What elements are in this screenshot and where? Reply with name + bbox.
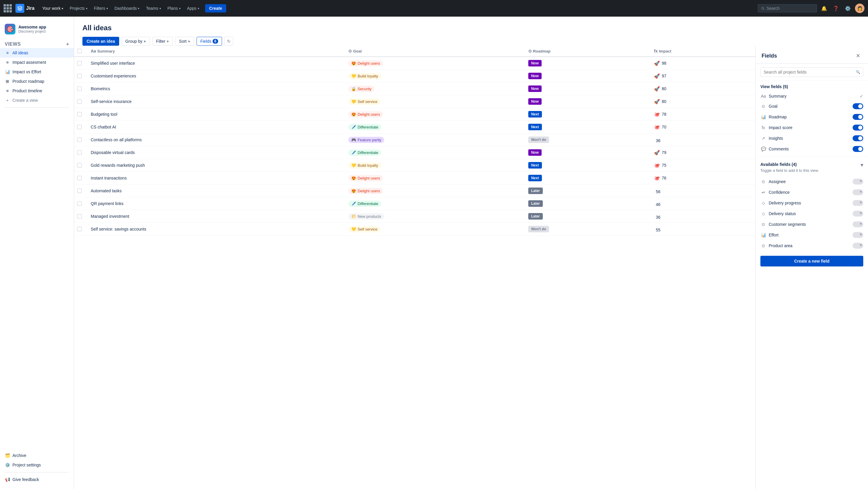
app-grid-icon[interactable] (4, 4, 12, 12)
row-goal-cell: 🔒 Security (344, 83, 524, 95)
row-checkbox-cell[interactable] (74, 83, 86, 95)
sidebar-item-give-feedback[interactable]: 📢 Give feedback (0, 475, 74, 484)
available-fields-toggle[interactable]: Available fields (4) ▾ (761, 162, 863, 168)
col-checkbox[interactable] (74, 46, 86, 57)
create-button[interactable]: Create (205, 4, 226, 12)
summary-field-icon: Aa (761, 94, 766, 98)
sidebar-item-all-ideas[interactable]: ≡ All ideas (0, 48, 74, 58)
sidebar-item-impact-vs-effort[interactable]: 📊 Impact vs Effort (0, 67, 74, 77)
search-input[interactable] (767, 6, 814, 11)
row-checkbox[interactable] (77, 112, 82, 117)
field-name-delivery-progress: Delivery progress (769, 201, 801, 205)
nav-your-work[interactable]: Your work ▾ (39, 4, 66, 12)
filter-button[interactable]: Filter + (152, 37, 173, 46)
global-search[interactable] (758, 4, 817, 12)
row-checkbox[interactable] (77, 176, 82, 180)
row-checkbox-cell[interactable] (74, 121, 86, 134)
nav-filters[interactable]: Filters ▾ (91, 4, 111, 12)
sort-button[interactable]: Sort + (175, 37, 194, 46)
summary-col-icon: Aa (91, 49, 96, 53)
group-by-button[interactable]: Group by + (122, 37, 150, 46)
product-area-toggle[interactable] (852, 243, 863, 249)
settings-button[interactable]: ⚙️ (843, 4, 852, 13)
row-checkbox[interactable] (77, 214, 82, 219)
row-checkbox[interactable] (77, 137, 82, 142)
fields-button[interactable]: Fields 6 (196, 37, 222, 46)
delivery-progress-toggle[interactable] (852, 200, 863, 206)
sidebar-item-product-timeline[interactable]: ≡ Product timeline (0, 86, 74, 95)
row-checkbox-cell[interactable] (74, 57, 86, 70)
nav-dashboards[interactable]: Dashboards ▾ (112, 4, 143, 12)
nav-plans[interactable]: Plans ▾ (164, 4, 184, 12)
row-checkbox-cell[interactable] (74, 95, 86, 108)
row-summary: QR payment links (91, 201, 123, 206)
row-checkbox-cell[interactable] (74, 223, 86, 236)
row-checkbox[interactable] (77, 99, 82, 104)
customer-segments-toggle[interactable] (852, 221, 863, 227)
notifications-button[interactable]: 🔔 (819, 4, 829, 13)
add-view-icon[interactable]: + (66, 41, 69, 47)
nav-apps[interactable]: Apps ▾ (184, 4, 202, 12)
fields-search-input[interactable] (761, 67, 863, 77)
row-summary-cell: Budgeting tool (86, 108, 344, 121)
field-info-delivery-progress: ◇ Delivery progress (761, 201, 801, 205)
refresh-button[interactable]: ↻ (224, 37, 233, 46)
help-button[interactable]: ❓ (831, 4, 841, 13)
row-checkbox[interactable] (77, 227, 82, 231)
row-checkbox-cell[interactable] (74, 70, 86, 83)
avatar[interactable]: 👩 (855, 4, 864, 13)
row-checkbox[interactable] (77, 201, 82, 206)
sidebar-item-label: Product timeline (12, 88, 42, 93)
row-checkbox[interactable] (77, 189, 82, 193)
select-all-checkbox[interactable] (77, 49, 82, 53)
row-impact-cell: 🚀 80 (649, 95, 755, 108)
row-checkbox-cell[interactable] (74, 184, 86, 197)
row-checkbox-cell[interactable] (74, 159, 86, 172)
row-checkbox[interactable] (77, 125, 82, 130)
row-checkbox[interactable] (77, 163, 82, 168)
row-checkbox-cell[interactable] (74, 172, 86, 184)
impact-score-toggle[interactable] (852, 125, 863, 131)
table-row: Managed investment 🌕 New products Later … (74, 210, 755, 223)
delivery-status-toggle[interactable] (852, 211, 863, 217)
field-name-effort: Effort (769, 233, 778, 237)
row-checkbox-cell[interactable] (74, 134, 86, 146)
row-checkbox-cell[interactable] (74, 210, 86, 223)
row-checkbox[interactable] (77, 86, 82, 91)
impact-score: 🚀 80 (654, 86, 666, 92)
ideas-table: Aa Summary ⊙ Goal (74, 46, 755, 236)
effort-toggle[interactable] (852, 232, 863, 238)
field-info-customer-segments: ⊙ Customer segments (761, 222, 806, 227)
jira-logo[interactable]: Jira (16, 4, 34, 13)
create-new-field-button[interactable]: Create a new field (761, 256, 863, 266)
row-checkbox[interactable] (77, 61, 82, 65)
goal-toggle[interactable] (852, 103, 863, 109)
sidebar-item-product-roadmap[interactable]: ⊞ Product roadmap (0, 77, 74, 86)
row-checkbox[interactable] (77, 150, 82, 155)
row-summary: Customised experiences (91, 74, 136, 78)
nav-teams[interactable]: Teams ▾ (143, 4, 164, 12)
confidence-toggle[interactable] (852, 189, 863, 195)
row-impact-cell: 🐙 70 (649, 121, 755, 134)
jira-logo-text: Jira (26, 6, 34, 11)
row-summary: Automated tasks (91, 189, 122, 193)
row-checkbox[interactable] (77, 74, 82, 78)
row-checkbox-cell[interactable] (74, 197, 86, 210)
assignee-toggle[interactable] (852, 179, 863, 184)
sidebar-project[interactable]: 🎯 Awesome app Discovery project (0, 21, 74, 39)
impact-value: 56 (656, 189, 660, 194)
roadmap-toggle[interactable] (852, 114, 863, 120)
nav-projects[interactable]: Projects ▾ (67, 4, 90, 12)
close-fields-panel-button[interactable]: ✕ (854, 52, 862, 60)
sidebar-item-create-view[interactable]: + Create a view (0, 95, 74, 105)
goal-label: Self service (358, 99, 377, 104)
sidebar-item-archive[interactable]: 🗂️ Archive (0, 451, 74, 460)
comments-toggle[interactable] (852, 146, 863, 152)
row-checkbox-cell[interactable] (74, 108, 86, 121)
insights-toggle[interactable] (852, 135, 863, 141)
row-checkbox-cell[interactable] (74, 146, 86, 159)
create-idea-button[interactable]: Create an idea (83, 37, 119, 46)
sidebar-item-impact-assessment[interactable]: ≡ Impact assesment (0, 58, 74, 67)
goal-emoji: 💛 (351, 74, 356, 78)
sidebar-item-project-settings[interactable]: ⚙️ Project settings (0, 460, 74, 470)
